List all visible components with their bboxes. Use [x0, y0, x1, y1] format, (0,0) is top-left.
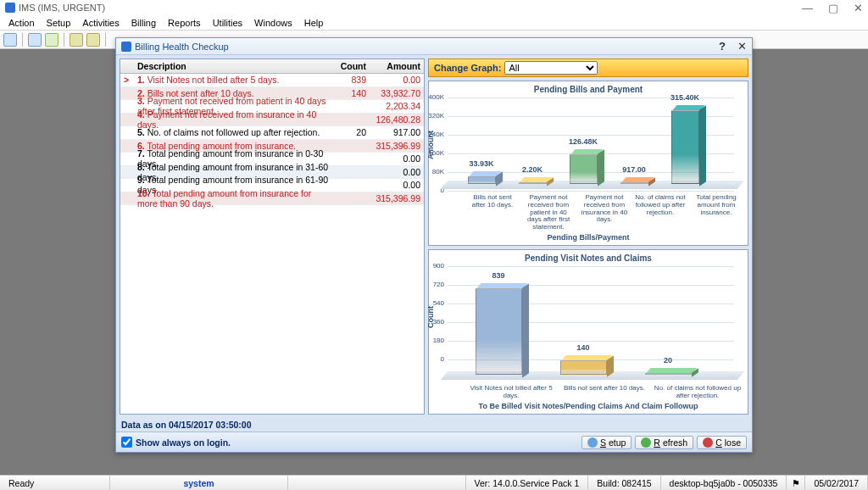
show-always-input[interactable] [121, 437, 132, 448]
table-row[interactable]: >1. Visit Notes not billed after 5 days.… [120, 74, 424, 87]
row-caret [120, 183, 134, 187]
dialog-footer: Show always on login. Setup Refresh Clos… [116, 432, 752, 452]
toolbar-icon[interactable] [3, 33, 17, 47]
row-count [332, 197, 370, 200]
table-row[interactable]: 4. Payment not received from insurance i… [120, 114, 424, 127]
row-count [332, 157, 370, 160]
row-caret [120, 118, 134, 121]
row-count: 140 [332, 86, 370, 100]
toolbar-icon[interactable] [28, 33, 42, 47]
chart-plot-area: 080K160K240K320K400K33.93K2.20K126.48K91… [448, 97, 752, 192]
row-count [332, 144, 370, 148]
row-amount: 0.00 [370, 73, 424, 86]
x-category: Bills not sent after 10 days. [465, 194, 520, 231]
menu-activities[interactable]: Activities [77, 18, 124, 28]
row-caret [120, 157, 134, 160]
x-axis-label: To Be Billed Visit Notes/Pending Claims … [479, 402, 698, 410]
row-caret: > [120, 73, 134, 86]
row-amount: 917.00 [370, 125, 424, 139]
row-caret [120, 197, 134, 200]
gear-icon [587, 437, 598, 448]
change-graph-select[interactable]: All [504, 61, 598, 75]
menu-setup[interactable]: Setup [42, 18, 76, 28]
close-icon[interactable]: ✕ [854, 2, 863, 14]
status-user: system [110, 476, 288, 490]
menu-billing[interactable]: Billing [126, 18, 161, 28]
chart-pending-bills: Pending Bills and PaymentAmount080K160K2… [428, 81, 748, 246]
bar-value-label: 140 [576, 343, 589, 352]
y-tick: 540 [419, 299, 444, 307]
refresh-button[interactable]: Refresh [635, 436, 693, 449]
show-always-checkbox[interactable]: Show always on login. [121, 437, 231, 448]
x-category: Total pending amount from insurance. [688, 194, 744, 231]
row-amount: 315,396.99 [370, 139, 424, 153]
row-count [332, 183, 370, 187]
x-axis-label: Pending Bills/Payment [547, 233, 629, 242]
row-amount: 2,203.34 [370, 99, 424, 113]
y-tick: 80K [419, 168, 444, 175]
change-graph-label: Change Graph: [434, 63, 501, 73]
main-menubar: ActionSetupActivitiesBillingReportsUtili… [0, 15, 868, 31]
help-icon[interactable]: ? [719, 40, 726, 53]
menu-windows[interactable]: Windows [249, 18, 298, 28]
bar-value-label: 917.00 [622, 165, 646, 174]
status-host: desktop-bq5ja0b - 0050335 [661, 476, 787, 490]
menu-reports[interactable]: Reports [163, 18, 206, 28]
row-count [332, 118, 370, 121]
row-count [332, 170, 370, 174]
y-tick: 360 [419, 318, 444, 326]
y-tick: 400K [419, 93, 444, 101]
chart-bar: 33.93K [468, 176, 496, 184]
setup-button[interactable]: Setup [581, 436, 632, 449]
row-amount: 0.00 [370, 165, 424, 179]
bar-value-label: 2.20K [522, 165, 542, 174]
menu-help[interactable]: Help [299, 18, 329, 28]
y-tick: 160K [419, 149, 444, 157]
chart-bar: 2.20K [519, 182, 547, 184]
chart-pending-visits: Pending Visit Notes and ClaimsCount01803… [428, 249, 748, 415]
toolbar-icon[interactable] [70, 33, 83, 47]
toolbar-icon[interactable] [45, 33, 58, 47]
y-tick: 720 [419, 281, 444, 288]
chart-plot-area: 018036054072090083914020 [448, 266, 752, 383]
row-desc: 1. Visit Notes not billed after 5 days. [134, 73, 332, 86]
x-category: Payment not received from patient in 40 … [520, 194, 576, 231]
col-amount[interactable]: Amount [370, 59, 424, 73]
y-tick: 240K [419, 131, 444, 138]
data-as-of: Data as on 04/15/2017 03:50:00 [116, 418, 752, 432]
status-ready: Ready [0, 476, 110, 490]
col-count[interactable]: Count [332, 59, 370, 73]
chart-bar: 140 [560, 360, 607, 375]
dialog-titlebar: Billing Health Checkup ? ✕ [116, 38, 752, 55]
chart-bar: 126.48K [570, 154, 598, 184]
row-amount: 0.00 [370, 152, 424, 165]
x-category: Visit Notes not billed after 5 days. [465, 385, 558, 400]
status-flag-icon: ⚑ [787, 476, 805, 490]
row-amount: 33,932.70 [370, 86, 424, 100]
row-count: 20 [332, 125, 370, 139]
col-description[interactable]: Description [134, 59, 332, 73]
table-row[interactable]: 10. Total pending amount from insurance … [120, 192, 424, 206]
menu-action[interactable]: Action [3, 18, 40, 28]
toolbar-icon[interactable] [86, 33, 100, 47]
chart-bar: 839 [476, 288, 522, 376]
minimize-icon[interactable]: — [802, 2, 813, 14]
y-tick: 0 [419, 355, 444, 363]
app-logo-icon [5, 3, 15, 13]
bar-value-label: 839 [492, 271, 504, 280]
bar-value-label: 20 [664, 356, 672, 365]
x-category: Bills not sent after 10 days. [558, 385, 651, 400]
bar-value-label: 33.93K [469, 159, 493, 168]
chart-bar: 20 [645, 373, 692, 375]
row-caret [120, 131, 134, 134]
chart-title: Pending Visit Notes and Claims [525, 253, 652, 263]
dialog-close-icon[interactable]: ✕ [737, 40, 747, 53]
maximize-icon[interactable]: ▢ [828, 2, 838, 14]
menu-utilities[interactable]: Utilities [208, 18, 248, 28]
close-button[interactable]: Close [697, 436, 747, 449]
table-row[interactable]: 5. No. of claims not followed up after r… [120, 126, 424, 140]
row-desc: 10. Total pending amount from insurance … [134, 187, 332, 210]
bar-value-label: 315.40K [670, 93, 699, 102]
main-title: IMS (IMS, URGENT) [19, 3, 105, 13]
row-count [332, 104, 370, 108]
